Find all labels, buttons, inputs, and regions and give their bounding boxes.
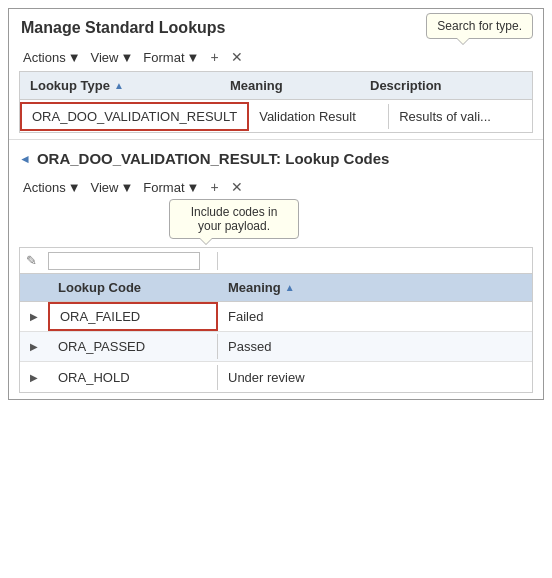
table-header: Lookup Type ▲ Meaning Description (20, 72, 532, 100)
codes-table: ✎ Lookup Code Meaning ▲ ▶ ORA_FAILED Fai… (19, 247, 533, 393)
cell-code-hold: ORA_HOLD (48, 365, 218, 390)
cell-code-failed: ORA_FAILED (48, 302, 218, 331)
codes-row-failed[interactable]: ▶ ORA_FAILED Failed (20, 302, 532, 332)
filter-code-input[interactable] (48, 252, 200, 270)
format-label: Format (143, 50, 184, 65)
codes-actions-dropdown-icon: ▼ (68, 180, 81, 195)
codes-col-expander (20, 274, 48, 301)
pencil-icon: ✎ (26, 253, 37, 268)
codes-format-menu-button[interactable]: Format ▼ (139, 178, 203, 197)
actions-menu-button[interactable]: Actions ▼ (19, 48, 85, 67)
sort-arrow-icon: ▲ (114, 80, 124, 91)
filter-row: ✎ (20, 248, 532, 274)
codes-format-dropdown-icon: ▼ (187, 180, 200, 195)
add-button[interactable]: + (205, 47, 223, 67)
codes-view-dropdown-icon: ▼ (120, 180, 133, 195)
codes-actions-label: Actions (23, 180, 66, 195)
expander-hold[interactable]: ▶ (20, 372, 48, 383)
col-meaning: Meaning (220, 72, 360, 99)
view-menu-button[interactable]: View ▼ (87, 48, 138, 67)
section-header: ◄ ORA_DOO_VALIDATION_RESULT: Lookup Code… (9, 139, 543, 173)
col-lookup-type: Lookup Type ▲ (20, 72, 220, 99)
lookup-types-table: Lookup Type ▲ Meaning Description ORA_DO… (19, 71, 533, 133)
codes-add-button[interactable]: + (205, 177, 223, 197)
cell-code-passed: ORA_PASSED (48, 334, 218, 359)
codes-row-hold[interactable]: ▶ ORA_HOLD Under review (20, 362, 532, 392)
table-row[interactable]: ORA_DOO_VALIDATION_RESULT Validation Res… (20, 100, 532, 132)
codes-col-meaning: Meaning ▲ (218, 274, 532, 301)
filter-expander-cell: ✎ (20, 251, 48, 270)
expander-failed[interactable]: ▶ (20, 311, 48, 322)
codes-view-label: View (91, 180, 119, 195)
search-callout: Search for type. (426, 13, 533, 39)
cell-meaning-hold: Under review (218, 365, 532, 390)
section-collapse-icon[interactable]: ◄ (19, 152, 31, 166)
codes-view-menu-button[interactable]: View ▼ (87, 178, 138, 197)
delete-button[interactable]: ✕ (226, 47, 248, 67)
cell-meaning-passed: Passed (218, 334, 532, 359)
codes-row-passed[interactable]: ▶ ORA_PASSED Passed (20, 332, 532, 362)
cell-meaning-failed: Failed (218, 304, 532, 329)
codes-delete-button[interactable]: ✕ (226, 177, 248, 197)
header-area: Manage Standard Lookups Search for type. (9, 9, 543, 43)
col-description: Description (360, 72, 532, 99)
actions-label: Actions (23, 50, 66, 65)
codes-col-code: Lookup Code (48, 274, 218, 301)
view-label: View (91, 50, 119, 65)
expander-passed[interactable]: ▶ (20, 341, 48, 352)
filter-code-cell (48, 252, 218, 270)
format-menu-button[interactable]: Format ▼ (139, 48, 203, 67)
codes-table-header: Lookup Code Meaning ▲ (20, 274, 532, 302)
view-dropdown-icon: ▼ (120, 50, 133, 65)
main-container: Manage Standard Lookups Search for type.… (8, 8, 544, 400)
cell-meaning: Validation Result (249, 104, 389, 129)
codes-sort-arrow-icon: ▲ (285, 282, 295, 293)
actions-dropdown-icon: ▼ (68, 50, 81, 65)
section-title: ORA_DOO_VALIDATION_RESULT: Lookup Codes (37, 150, 390, 167)
codes-format-label: Format (143, 180, 184, 195)
cell-lookup-type: ORA_DOO_VALIDATION_RESULT (20, 102, 249, 131)
codes-callout: Include codes in your payload. (169, 199, 299, 239)
cell-description: Results of vali... (389, 104, 532, 129)
codes-actions-menu-button[interactable]: Actions ▼ (19, 178, 85, 197)
toolbar2: Actions ▼ View ▼ Format ▼ + ✕ (9, 173, 543, 201)
format-dropdown-icon: ▼ (187, 50, 200, 65)
